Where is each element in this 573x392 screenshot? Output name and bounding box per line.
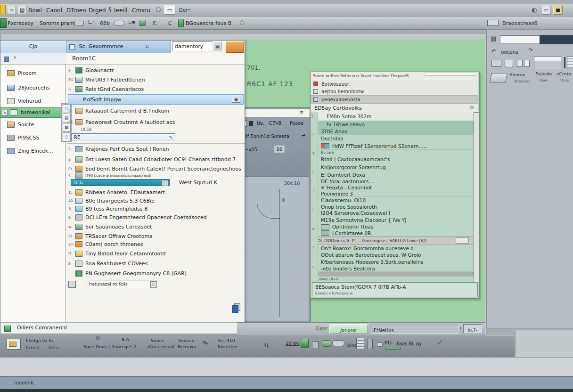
- popup-row[interactable]: Rtnd | Coxtocaauaomcanc's: [318, 155, 474, 163]
- toolbar-c-tool[interactable]: C: [168, 20, 172, 26]
- row-expand-button[interactable]: ▣: [232, 96, 240, 103]
- menu-item-2[interactable]: Caonl: [46, 7, 62, 14]
- bt-label-1b[interactable]: Crnett: [26, 345, 40, 350]
- popup-row[interactable]: Claoxscemu: OI10: [318, 197, 474, 204]
- return-arrow-icon[interactable]: ↵: [302, 133, 306, 138]
- panel-menu-icon[interactable]: ≣: [300, 110, 303, 115]
- popup-section-header[interactable]: ED5ay Certiovoiks ◎: [311, 103, 478, 113]
- chat-bubble-icon[interactable]: [322, 340, 331, 347]
- tree-item[interactable]: Viohurud: [0, 95, 65, 107]
- list-item[interactable]: CrSod bemt Bomtt Caurh Catext! Percort S…: [67, 164, 245, 173]
- pages-tool2-icon[interactable]: [524, 60, 530, 67]
- list-item[interactable]: ADB0e thavrgeexts 5.3 C6Bie: [67, 197, 245, 205]
- list-item[interactable]: amC0am) oorch thmanes: [67, 241, 245, 248]
- jonoror-button[interactable]: Jonoror: [329, 324, 368, 334]
- group1-label[interactable]: Ahomx: [509, 72, 525, 77]
- popup-top-item[interactable]: peoexxaoenosta: [311, 95, 478, 103]
- popup-row[interactable]: DE foral oastoruors...: [318, 178, 474, 184]
- grid-panel-icon[interactable]: [567, 56, 573, 68]
- list-item[interactable]: ?|B9 tess Acremhpludss 8: [67, 205, 245, 213]
- popup-row[interactable]: Poorwnnee 3: [318, 191, 474, 197]
- tree-item[interactable]: Sbsmeonikal: [0, 107, 65, 118]
- cabinet-icon[interactable]: [356, 338, 364, 349]
- lsx-icon[interactable]: ⎌: [96, 335, 100, 341]
- menu-item-trailing[interactable]: Dor~: [179, 8, 191, 13]
- popup-row[interactable]: Knijonxrgcoror Sorashrtug: [318, 163, 474, 172]
- popup-title-bar[interactable]: Soxen-orrKors Rotmrurcr Acant Loroshne O…: [311, 72, 478, 81]
- toolbar-badge[interactable]: 68b: [100, 20, 110, 26]
- tree-item[interactable]: Sokite: [0, 118, 65, 131]
- toolbar-menu-2[interactable]: Soroms prame: [40, 20, 77, 26]
- folder-3d-icon[interactable]: [490, 73, 508, 82]
- popup-row[interactable]: LCorhirtaree 0R: [318, 230, 474, 236]
- list-item[interactable]: PN Gughasert Goeqmmonyry C8 (GAR): [67, 268, 245, 278]
- list-item[interactable]: w.Sor Sauanoaes Coreasoet: [67, 222, 245, 231]
- angle-tool-icon[interactable]: ∟·: [88, 19, 94, 25]
- record-circle-icon[interactable]: ○: [156, 6, 161, 12]
- popup-bar-button[interactable]: [456, 237, 469, 244]
- green-bottle-icon[interactable]: [178, 19, 184, 27]
- bucket-tool-icon[interactable]: [505, 59, 513, 67]
- teal-bar-button[interactable]: [162, 180, 169, 186]
- menu-item-1[interactable]: Bowl: [28, 7, 42, 14]
- popup-row[interactable]: HdW FfTtzaf 1Soroororrud S2onarn.....: [318, 142, 474, 150]
- help-circle-icon[interactable]: ○: [239, 19, 244, 25]
- menu-item-6[interactable]: Cmsru: [132, 7, 150, 14]
- blue-doc-icon[interactable]: [232, 303, 240, 312]
- bt-label-4b[interactable]: iDaccereont: [148, 344, 175, 349]
- tree-item[interactable]: 28Joeurcehs: [0, 81, 65, 95]
- bb-button[interactable]: BB: [274, 146, 285, 153]
- clamp-icon[interactable]: [368, 339, 373, 349]
- close-folder-icon[interactable]: ■: [553, 6, 563, 15]
- list-item[interactable]: EGMnrU03 f Fatbedttcnen: [67, 75, 245, 84]
- status-field[interactable]: IEtNeHos: [370, 325, 458, 334]
- inline-text-input[interactable]: RE✎: [72, 133, 175, 141]
- combo-picker-button[interactable]: ▣: [213, 42, 221, 50]
- popup-row[interactable]: I2O4 Sorsorova:Coxacowel I: [318, 210, 474, 216]
- pill-button-icon[interactable]: [332, 340, 344, 346]
- tab-cjo[interactable]: Cjo: [0, 41, 66, 53]
- list-item[interactable]: 1LRNbeas Anareto. EDautaamert: [67, 188, 245, 197]
- restore-icon[interactable]: ▭: [542, 6, 550, 15]
- menu-item-5[interactable]: Ieeill: [114, 7, 127, 14]
- list-item[interactable]: EiDCI LEra Engemnteecd Opacenot Coetsdso…: [67, 213, 245, 222]
- menu-item-3[interactable]: DTroen: [66, 7, 86, 14]
- list-item[interactable]: ITTiny Batod feonr Cetammtootd: [67, 248, 245, 259]
- list-item[interactable]: /)t; 2cWest Squturl K: [67, 178, 245, 188]
- popup-row[interactable]: 3T0E Anoo: [318, 128, 474, 135]
- minimize-circle-icon[interactable]: ◐: [532, 7, 537, 13]
- popup-row[interactable]: -ebs boaters Bealcera: [318, 265, 474, 272]
- green-swatch-icon[interactable]: [139, 20, 146, 26]
- menu-list-icon[interactable]: ▤: [18, 6, 26, 14]
- popup-row[interactable]: QOot abaruw Baroetoacet sous. W Groio: [318, 251, 474, 258]
- popup-top-item[interactable]: Botwosauer,: [311, 80, 478, 88]
- bt-label-6b[interactable]: Imcertee: [218, 344, 237, 349]
- tree-item[interactable]: PI9SCSS: [0, 131, 65, 144]
- popup-row[interactable]: Onop troe Soooaioroth: [318, 204, 474, 210]
- tray-tool-icon[interactable]: [534, 56, 561, 69]
- small-box-icon[interactable]: ▫▪: [128, 19, 135, 24]
- toolbar-menu-1[interactable]: Pxcrsoxoy: [8, 20, 33, 26]
- list-item[interactable]: aBst Loesn Saten Caad Cdnadloter OC9! Ch…: [67, 154, 245, 164]
- group3-label[interactable]: cCrnto: [557, 71, 571, 76]
- list-item[interactable]: 9|Kataauot Cartemmt d B.Tndkum: [67, 105, 245, 116]
- popup-row[interactable]: FM0n Sotoa 302m: [318, 112, 474, 121]
- ooesns-label[interactable]: ooesns: [501, 49, 518, 55]
- list-item[interactable]: hetunazal ro Kois□: [67, 278, 245, 290]
- tree-item[interactable]: Zing Elncek...: [0, 144, 65, 157]
- bottle-green-icon[interactable]: [301, 339, 309, 348]
- toolbar-y-tool[interactable]: Y..: [152, 20, 158, 26]
- popup-row[interactable]: Oprdrooror ttoas: [318, 223, 474, 230]
- bt-label-3b[interactable]: Fanrege! 2: [112, 344, 136, 349]
- bt-label-1c[interactable]: XAire: [48, 345, 60, 350]
- popup-row[interactable]: M19e Sorrcutvna Clacoour { IVe Y|: [318, 216, 474, 223]
- tab-governance[interactable]: Sc: Gexornmmce ⊔: [66, 41, 171, 53]
- save-icon[interactable]: ▧: [491, 35, 496, 41]
- rect-tool-icon[interactable]: [74, 21, 84, 25]
- bt-label-8[interactable]: 10'Wy: [286, 341, 300, 346]
- list-item[interactable]: 3?TRSacer Offraw Crootoma: [67, 231, 245, 241]
- check-icon[interactable]: ✓: [436, 339, 443, 347]
- list-item[interactable]: ESna.Reahtunest COVees: [67, 259, 245, 268]
- mini-input-button[interactable]: □: [150, 281, 157, 288]
- popup-row[interactable]: tv 16twe ceavg: [318, 121, 474, 128]
